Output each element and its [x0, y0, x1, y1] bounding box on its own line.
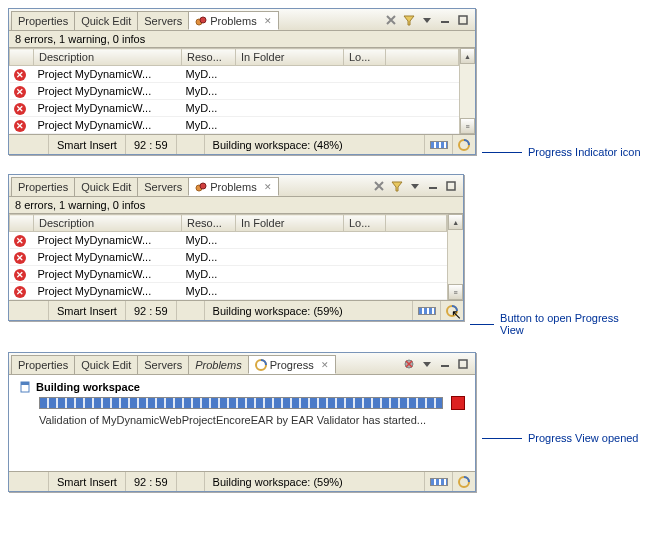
- table-row[interactable]: ✕Project MyDynamicW...MyD...: [10, 117, 459, 134]
- table-row[interactable]: ✕Project MyDynamicW...MyD...: [10, 249, 447, 266]
- tab-properties[interactable]: Properties: [11, 355, 75, 374]
- error-icon: ✕: [14, 269, 26, 281]
- job-icon: [19, 381, 31, 393]
- error-icon: ✕: [14, 286, 26, 298]
- open-progress-view-button[interactable]: ↖: [441, 301, 463, 320]
- tab-servers[interactable]: Servers: [137, 177, 189, 196]
- status-insert-mode: Smart Insert: [49, 135, 126, 154]
- filter-icon[interactable]: [403, 14, 415, 26]
- table-header-row: Description Reso... In Folder Lo...: [10, 215, 447, 232]
- table-row[interactable]: ✕Project MyDynamicW...MyD...: [10, 283, 447, 300]
- col-folder[interactable]: In Folder: [236, 49, 344, 66]
- progress-view-panel: Properties Quick Edit Servers Problems P…: [8, 352, 476, 492]
- progress-job-detail: Validation of MyDynamicWebProjectEncoreE…: [39, 414, 465, 426]
- minimize-icon[interactable]: [427, 180, 439, 192]
- tab-problems[interactable]: Problems: [188, 355, 248, 374]
- scroll-thumb[interactable]: ≡: [448, 284, 463, 300]
- tab-label: Properties: [18, 15, 68, 27]
- table-header-row: Description Reso... In Folder Lo...: [10, 49, 459, 66]
- tab-label: Servers: [144, 359, 182, 371]
- tab-servers[interactable]: Servers: [137, 355, 189, 374]
- close-icon[interactable]: ✕: [264, 182, 272, 192]
- maximize-icon[interactable]: [457, 358, 469, 370]
- table-row[interactable]: ✕Project MyDynamicW...MyD...: [10, 232, 447, 249]
- status-message: Building workspace: (48%): [205, 135, 425, 154]
- maximize-icon[interactable]: [457, 14, 469, 26]
- status-bar: Smart Insert 92 : 59 Building workspace:…: [9, 300, 463, 320]
- progress-icon: [458, 139, 470, 151]
- progress-indicator: [425, 472, 453, 491]
- tab-quick-edit[interactable]: Quick Edit: [74, 355, 138, 374]
- col-location[interactable]: Lo...: [344, 49, 386, 66]
- col-location[interactable]: Lo...: [344, 215, 386, 232]
- open-progress-view-button[interactable]: [453, 472, 475, 491]
- col-description[interactable]: Description: [34, 215, 182, 232]
- view-menu-icon[interactable]: [409, 180, 421, 192]
- tab-properties[interactable]: Properties: [11, 11, 75, 30]
- tab-label: Quick Edit: [81, 359, 131, 371]
- scroll-up-icon[interactable]: ▲: [448, 214, 463, 230]
- progress-indicator: [413, 301, 441, 320]
- status-bar: Smart Insert 92 : 59 Building workspace:…: [9, 134, 475, 154]
- close-icon[interactable]: ✕: [264, 16, 272, 26]
- tab-label: Problems: [210, 15, 256, 27]
- col-folder[interactable]: In Folder: [236, 215, 344, 232]
- tab-problems[interactable]: Problems ✕: [188, 11, 278, 30]
- tab-label: Problems: [195, 359, 241, 371]
- open-progress-view-button[interactable]: [453, 135, 475, 154]
- tab-label: Servers: [144, 15, 182, 27]
- clear-all-icon[interactable]: [403, 358, 415, 370]
- table-row[interactable]: ✕Project MyDynamicW...MyD...: [10, 266, 447, 283]
- table-row[interactable]: ✕Project MyDynamicW...MyD...: [10, 66, 459, 83]
- callout-label: Button to open Progress View: [500, 312, 641, 336]
- remove-icon[interactable]: [373, 180, 385, 192]
- error-icon: ✕: [14, 252, 26, 264]
- progress-indicator: [425, 135, 453, 154]
- tab-quick-edit[interactable]: Quick Edit: [74, 177, 138, 196]
- minimize-icon[interactable]: [439, 14, 451, 26]
- callout-label: Progress Indicator icon: [528, 146, 641, 158]
- scroll-thumb[interactable]: ≡: [460, 118, 475, 134]
- tab-label: Properties: [18, 359, 68, 371]
- tab-label: Quick Edit: [81, 15, 131, 27]
- col-resource[interactable]: Reso...: [182, 215, 236, 232]
- status-insert-mode: Smart Insert: [49, 301, 126, 320]
- tab-label: Problems: [210, 181, 256, 193]
- progress-icon: [255, 359, 267, 371]
- minimize-icon[interactable]: [439, 358, 451, 370]
- status-cursor-position: 92 : 59: [126, 472, 177, 491]
- progress-bar: [39, 397, 443, 409]
- problems-summary: 8 errors, 1 warning, 0 infos: [9, 31, 475, 48]
- progress-job-title: Building workspace: [36, 381, 140, 393]
- filter-icon[interactable]: [391, 180, 403, 192]
- vertical-scrollbar[interactable]: ▲ ≡: [447, 214, 463, 300]
- table-row[interactable]: ✕Project MyDynamicW...MyD...: [10, 100, 459, 117]
- tab-servers[interactable]: Servers: [137, 11, 189, 30]
- col-resource[interactable]: Reso...: [182, 49, 236, 66]
- tab-properties[interactable]: Properties: [11, 177, 75, 196]
- view-menu-icon[interactable]: [421, 14, 433, 26]
- stop-button[interactable]: [451, 396, 465, 410]
- tab-quick-edit[interactable]: Quick Edit: [74, 11, 138, 30]
- error-icon: ✕: [14, 69, 26, 81]
- status-message: Building workspace: (59%): [205, 472, 425, 491]
- tab-bar: Properties Quick Edit Servers Problems ✕: [9, 175, 463, 197]
- view-menu-icon[interactable]: [421, 358, 433, 370]
- close-icon[interactable]: ✕: [321, 360, 329, 370]
- cursor-icon: ↖: [451, 307, 462, 322]
- tab-label: Progress: [270, 359, 314, 371]
- maximize-icon[interactable]: [445, 180, 457, 192]
- remove-icon[interactable]: [385, 14, 397, 26]
- col-description[interactable]: Description: [34, 49, 182, 66]
- tab-bar: Properties Quick Edit Servers Problems ✕: [9, 9, 475, 31]
- tab-progress[interactable]: Progress ✕: [248, 355, 336, 374]
- table-row[interactable]: ✕Project MyDynamicW...MyD...: [10, 83, 459, 100]
- scroll-up-icon[interactable]: ▲: [460, 48, 475, 64]
- status-cursor-position: 92 : 59: [126, 301, 177, 320]
- tab-problems[interactable]: Problems ✕: [188, 177, 278, 196]
- problems-view-panel: Properties Quick Edit Servers Problems ✕: [8, 8, 476, 155]
- tab-bar: Properties Quick Edit Servers Problems P…: [9, 353, 475, 375]
- problems-table: Description Reso... In Folder Lo... ✕Pro…: [9, 48, 459, 134]
- vertical-scrollbar[interactable]: ▲ ≡: [459, 48, 475, 134]
- problems-table: Description Reso... In Folder Lo... ✕Pro…: [9, 214, 447, 300]
